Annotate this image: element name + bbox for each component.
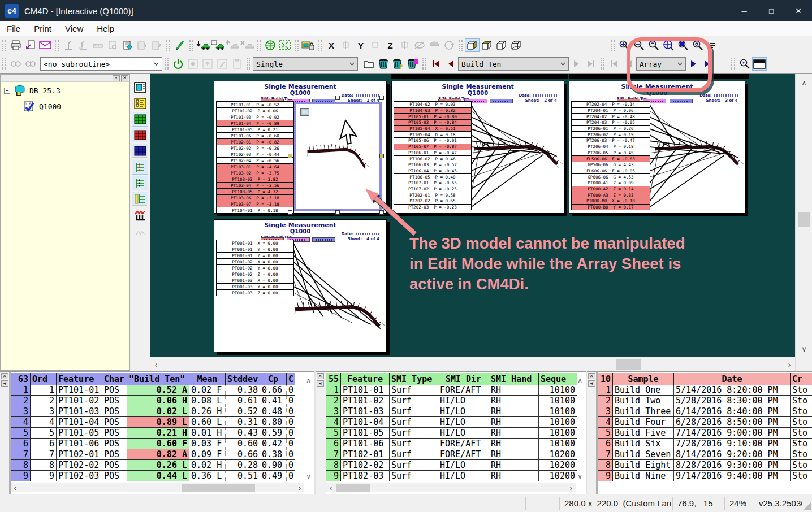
cell-sequence[interactable]: 10200 [539,460,577,470]
axis-z-button[interactable]: Z [383,38,398,52]
cell-date[interactable]: 9/14/2016 9:40:00 PM [674,471,791,481]
scroll-right-arrow[interactable]: › [784,357,795,371]
col-header[interactable]: Ord [31,373,57,385]
report-sheet-2[interactable]: Single Measurement Q1000 S/N: Build Ten … [391,81,564,214]
cell-smi-type[interactable]: Surf [390,428,438,438]
cell-char[interactable]: POS [102,385,127,395]
row-count[interactable]: 63 [11,373,31,385]
report-sheet-4[interactable]: Single Measurement Q1000 S/N: Build Ten … [214,219,387,352]
selection-handle[interactable] [288,96,292,100]
previous-sample-button[interactable] [443,57,458,71]
report-sheet-3[interactable]: Single Measurement Q1000 S/N: Build Ten … [569,81,745,214]
delete-all-icon[interactable] [405,57,420,71]
close-button[interactable]: ✕ [785,0,812,21]
col-header[interactable]: C [287,373,295,385]
col-header[interactable]: Feature [57,373,102,385]
col-header[interactable]: Cp [260,373,287,385]
table-row[interactable]: 1 PT101-01 Surf FORE/AFT RH 10100 [326,385,577,396]
tree-node-label[interactable]: Q1000 [39,102,61,111]
toolbar-grip[interactable] [189,40,193,51]
cell-feature[interactable]: PT101-06 [57,439,102,449]
table-blue-icon[interactable] [132,144,148,158]
cell-build-ten[interactable]: 0.82 A [127,449,189,459]
cell-sequence[interactable]: 10100 [539,428,577,438]
row-number[interactable]: 2 [11,396,31,406]
toolbar-grip[interactable] [2,58,6,70]
table-row[interactable]: 2 2 PT101-02 POS 0.06 H 0.08 L 0.61 0.41… [11,396,295,406]
cell-mean[interactable]: 0.60 L [189,417,226,427]
cell-c[interactable]: 0 [287,460,295,470]
import-model-icon[interactable] [196,38,210,52]
cell-created[interactable]: Sto [791,471,812,481]
table-row[interactable]: 1 1 PT101-01 POS 0.52 A 0.02 F 0.38 0.66… [11,385,295,396]
cell-cp[interactable]: 0.66 [260,385,287,395]
cell-smi-type[interactable]: Surf [390,417,438,427]
row-number[interactable]: 1 [11,385,31,395]
scroll-left-arrow[interactable]: ‹ [150,357,162,371]
table-row[interactable]: 9 Build Nine 9/14/2016 9:40:00 PM Sto [598,471,812,481]
view-wireframe-cube-icon[interactable] [509,38,524,52]
cell-sequence[interactable]: 10100 [539,406,577,416]
cell-feature[interactable]: PT102-01 [341,449,390,459]
sheet-row[interactable]: PT104-01 P = 0.18 [216,207,294,214]
cell-sequence[interactable]: 10100 [539,385,577,395]
toolbar-grip[interactable] [166,40,170,51]
cell-c[interactable]: 0 [287,439,295,449]
scroll-left-arrow[interactable]: ‹ [11,483,20,492]
tree-report-yellow-icon[interactable] [132,192,148,206]
cell-smi-dir[interactable]: HI/LO [438,428,489,438]
cell-c[interactable]: 0 [287,385,295,395]
cell-sample[interactable]: Build One [613,385,674,395]
scroll-up-arrow[interactable]: ∧ [306,376,311,384]
cell-stddev[interactable]: 0.43 [226,428,260,438]
canvas-vscrollbar[interactable]: ∧ ∨ [795,74,812,371]
cell-cp[interactable]: 0.41 [260,396,287,406]
toolbar-grip[interactable] [165,58,169,70]
chart-icon[interactable] [132,208,148,223]
scroll-down-arrow[interactable]: ∨ [577,472,582,480]
cell-feature[interactable]: PT102-03 [341,471,390,481]
cell-date[interactable]: 8/28/2016 9:30:00 PM [674,460,791,470]
table-row[interactable]: 7 7 PT102-01 POS 0.82 A 0.09 F 0.66 0.38… [11,449,295,460]
cell-build-ten[interactable]: 0.89 L [127,417,189,427]
row-number[interactable]: 8 [11,460,31,470]
table-green-icon[interactable] [132,112,148,127]
delete-sample-icon[interactable] [376,57,391,71]
col-header[interactable]: "Build Ten" [127,373,189,385]
cell-cp[interactable]: 0.48 [260,406,287,416]
cell-sample[interactable]: Build Four [613,417,674,427]
row-number[interactable]: 6 [326,439,341,449]
scroll-down-arrow[interactable]: ∨ [796,342,812,355]
cell-char[interactable]: POS [102,471,127,481]
cell-stddev[interactable]: 0.66 [226,449,260,459]
cell-sample[interactable]: Build Seven [613,449,674,459]
table-row[interactable]: 5 5 PT101-05 POS 0.21 H 0.01 H 0.43 0.59… [11,428,295,439]
cell-sequence[interactable]: 10200 [539,449,577,459]
cell-smi-hand[interactable]: RH [489,396,539,406]
col-header[interactable]: SMI Type [390,373,438,385]
menu-print[interactable]: Print [27,21,58,36]
run-power-icon[interactable] [171,57,185,71]
cell-mean[interactable]: 0.02 H [189,460,226,470]
row-number[interactable]: 6 [598,439,613,449]
cell-ord[interactable]: 9 [31,471,57,481]
row-number[interactable]: 4 [11,417,31,427]
cell-smi-dir[interactable]: FORE/AFT [438,439,489,449]
row-number[interactable]: 5 [11,428,31,438]
cell-smi-hand[interactable]: RH [489,385,539,395]
cell-created[interactable]: Sto [791,449,812,459]
email-icon[interactable] [38,38,53,52]
cell-sequence[interactable]: 10100 [539,417,577,427]
row-number[interactable]: 2 [326,396,341,406]
row-number[interactable]: 4 [326,417,341,427]
document-info-icon[interactable] [120,38,135,52]
tree-node-database[interactable]: − DB 25.3 [4,85,61,96]
cell-sample[interactable]: Build Six [613,439,674,449]
model-selection-box[interactable] [294,102,382,211]
cell-ord[interactable]: 4 [31,417,57,427]
cell-smi-type[interactable]: Surf [390,460,438,470]
cell-created[interactable]: Sto [791,428,812,438]
cell-feature[interactable]: PT101-03 [341,406,390,416]
magnify-sheet-icon[interactable] [737,57,752,71]
cell-smi-dir[interactable]: HI/LO [438,471,489,481]
